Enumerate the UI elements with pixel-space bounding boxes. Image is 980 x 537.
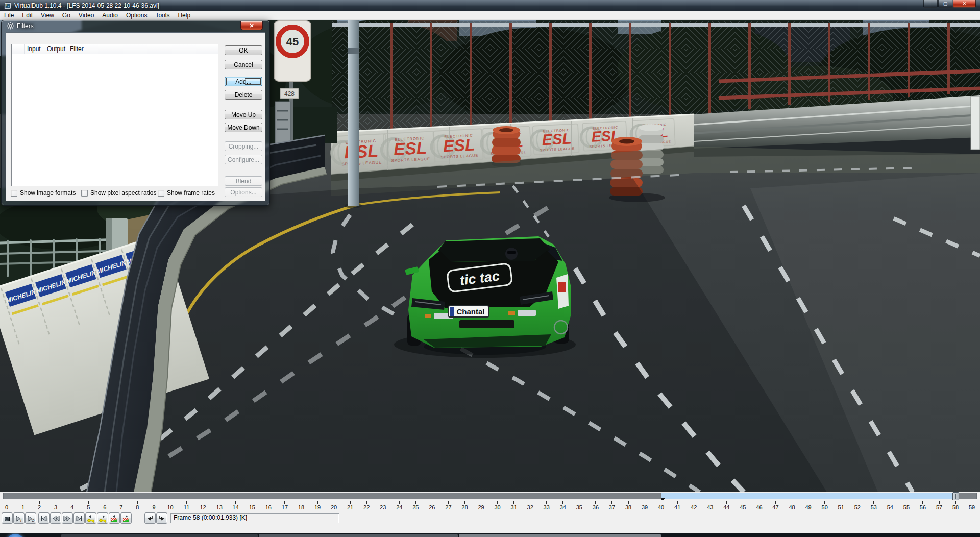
menu-audio[interactable]: Audio (98, 11, 122, 19)
list-column-output[interactable]: Output (44, 44, 67, 54)
list-column-input[interactable]: Input (24, 44, 44, 54)
start-orb[interactable] (6, 534, 24, 537)
blend-button[interactable]: Blend (225, 176, 262, 186)
ruler-tick-label: 55 (900, 504, 913, 510)
ruler-tick-label: 30 (491, 504, 504, 510)
ruler-tick-label: 12 (197, 504, 210, 510)
ruler-tick (56, 501, 56, 504)
play-output-button[interactable]: O (25, 512, 36, 524)
prev-keyframe-button[interactable] (85, 512, 96, 524)
checkbox-show-image-formats[interactable]: Show image formats (11, 189, 76, 197)
scene-prev-icon (109, 515, 119, 523)
ruler-tick (252, 501, 252, 504)
step-forward-button[interactable] (62, 512, 73, 524)
sign-number: 45 (286, 35, 299, 48)
menu-tools[interactable]: Tools (151, 11, 174, 19)
ruler-tick (873, 501, 874, 504)
maximize-button[interactable]: ▢ (938, 0, 952, 8)
virtualdub-window: VirtualDub 1.10.4 - [LFS 2014-05-28 22-1… (0, 0, 980, 537)
ruler-tick-label: 21 (344, 504, 357, 510)
ruler-tick (792, 501, 792, 504)
mark-in-button[interactable] (144, 512, 156, 524)
ruler-tick-label: 26 (425, 504, 438, 510)
play-output-icon: O (26, 515, 36, 523)
ruler-tick (955, 501, 956, 504)
move-up-button[interactable]: Move Up (225, 110, 262, 119)
ruler-tick (186, 501, 187, 504)
dialog-checkbox-row: Show image formatsShow pixel aspect rati… (6, 189, 265, 198)
menu-options[interactable]: Options (122, 11, 151, 19)
ruler-tick (464, 501, 465, 504)
minimize-button[interactable]: – (923, 0, 938, 8)
ruler-tick-label: 28 (458, 504, 471, 510)
checkbox-box[interactable] (11, 190, 17, 197)
checkbox-show-frame-rates[interactable]: Show frame rates (158, 189, 215, 197)
list-column-filter[interactable]: Filter (67, 44, 218, 54)
ruler-tick (334, 501, 334, 504)
checkbox-box[interactable] (81, 190, 88, 197)
ruler-tick (235, 501, 236, 504)
seek-bar (0, 492, 980, 500)
go-start-icon (39, 515, 49, 523)
menu-view[interactable]: View (37, 11, 58, 19)
ruler-tick-label: 53 (867, 504, 880, 510)
menu-go[interactable]: Go (58, 11, 75, 19)
ruler-tick (546, 501, 547, 504)
move-down-button[interactable]: Move Down (225, 123, 262, 132)
cropping-button[interactable]: Cropping... (225, 141, 262, 151)
ruler-tick (154, 501, 154, 504)
window-title: VirtualDub 1.10.4 - [LFS 2014-05-28 22-1… (14, 2, 159, 9)
ruler-tick-label: 8 (131, 504, 144, 510)
menu-video[interactable]: Video (75, 11, 98, 19)
next-keyframe-button[interactable] (97, 512, 108, 524)
go-start-button[interactable] (38, 512, 50, 524)
ruler-tick (415, 501, 416, 504)
play-input-icon: I (14, 515, 24, 523)
ruler-tick-label: 49 (802, 504, 815, 510)
dialog-close-button[interactable]: ✕ (240, 21, 263, 30)
ruler-tick (350, 501, 351, 504)
ruler-tick (203, 501, 203, 504)
configure-button[interactable]: Configure... (225, 155, 262, 164)
prev-scene-button[interactable] (109, 512, 120, 524)
ruler-tick (841, 501, 841, 504)
stop-button[interactable] (2, 512, 13, 524)
play-input-button[interactable]: I (13, 512, 24, 524)
menu-help[interactable]: Help (174, 11, 194, 19)
taskbar-app-1[interactable] (61, 534, 258, 537)
ruler-tick-label: 13 (213, 504, 226, 510)
ruler-tick-label: 29 (475, 504, 488, 510)
seek-thumb[interactable] (952, 492, 959, 501)
close-button[interactable]: ✕ (953, 0, 976, 8)
ruler-tick-label: 0 (0, 504, 13, 510)
ruler-tick-label: 22 (360, 504, 373, 510)
taskbar-app-3[interactable] (459, 534, 661, 537)
menu-file[interactable]: File (0, 11, 18, 19)
ruler-tick (481, 501, 481, 504)
checkbox-box[interactable] (158, 190, 164, 197)
cancel-button[interactable]: Cancel (225, 60, 262, 69)
taskbar-app-2[interactable] (259, 534, 458, 537)
frame-ruler: 0123456789101112131415161718192021222324… (0, 500, 980, 511)
title-bar: VirtualDub 1.10.4 - [LFS 2014-05-28 22-1… (0, 0, 980, 11)
ruler-tick (88, 501, 89, 504)
status-bar-filler (0, 525, 980, 533)
ruler-tick-label: 42 (687, 504, 700, 510)
go-end-button[interactable] (74, 512, 85, 524)
menu-edit[interactable]: Edit (18, 11, 37, 19)
ruler-tick-label: 20 (327, 504, 340, 510)
key-next-icon (97, 515, 108, 523)
step-back-button[interactable] (50, 512, 61, 524)
add-button[interactable]: Add... (225, 77, 262, 86)
ok-button[interactable]: OK (225, 45, 262, 55)
ruler-tick (105, 501, 105, 504)
mark-out-button[interactable] (156, 512, 167, 524)
svg-text:O: O (32, 519, 35, 522)
seek-track[interactable] (3, 493, 977, 499)
delete-button[interactable]: Delete (225, 90, 262, 100)
filter-list[interactable]: Input Output Filter (11, 44, 218, 186)
checkbox-show-pixel-aspect-ratios[interactable]: Show pixel aspect ratios (81, 189, 156, 197)
ruler-tick-label: 56 (916, 504, 929, 510)
next-scene-button[interactable] (120, 512, 132, 524)
ruler-tick-label: 10 (164, 504, 177, 510)
